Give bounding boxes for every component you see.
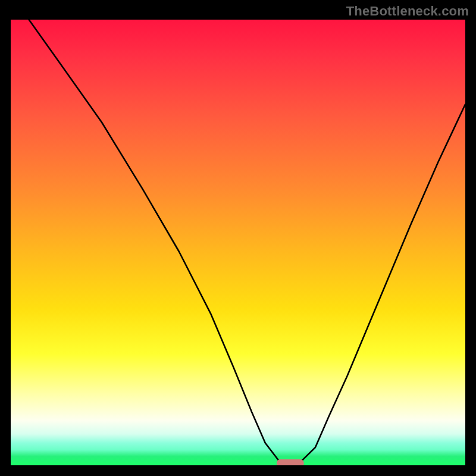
chart-svg [11, 20, 465, 465]
bottleneck-curve [11, 20, 465, 465]
plot-area [11, 20, 465, 465]
watermark-text: TheBottleneck.com [346, 4, 469, 19]
optimal-range-marker [277, 459, 304, 465]
chart-container: TheBottleneck.com [0, 0, 476, 476]
